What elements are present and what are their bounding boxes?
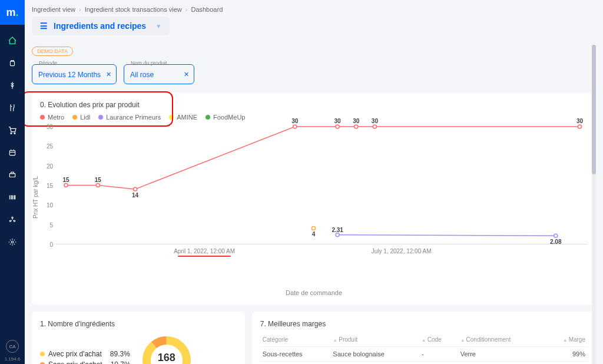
svg-point-18: [312, 226, 315, 230]
svg-point-11: [96, 184, 100, 187]
svg-point-7: [9, 220, 11, 221]
best-margins-card: 7. Meilleures marges Catégorie▲Produit▲C…: [252, 312, 596, 364]
table-header[interactable]: ▲Marge: [545, 334, 588, 347]
table-header[interactable]: ▲Code: [419, 334, 458, 347]
svg-point-15: [354, 125, 358, 128]
section-selector[interactable]: ☰ Ingredients and recipes ▼: [32, 16, 170, 35]
scrollbar-thumb[interactable]: [592, 45, 596, 174]
y-axis-label: Prix HT par kg/L: [32, 176, 39, 219]
calendar-icon[interactable]: [7, 147, 18, 158]
legend-item[interactable]: Laurance Primeurs: [98, 114, 161, 121]
main: Ingredient view › Ingredient stock trans…: [25, 0, 603, 364]
chart-plot[interactable]: 151514303030303042.312.08April 1, 2022, …: [55, 127, 588, 244]
legend-item[interactable]: AMINE: [169, 114, 197, 121]
legend-label: FoodMeUp: [213, 114, 245, 121]
breadcrumb: Ingredient view › Ingredient stock trans…: [32, 6, 596, 13]
table-row[interactable]: Sous-recettesPotatoe bun-portion(s)98%: [260, 362, 588, 365]
svg-point-2: [14, 133, 15, 134]
section-title: Ingredients and recipes: [54, 21, 146, 31]
content: DEMO DATA Période Previous 12 Months ✕ N…: [25, 39, 603, 364]
chevron-right-icon: ›: [79, 6, 81, 13]
legend-label: Laurance Primeurs: [106, 114, 161, 121]
legend-dot-icon: [206, 115, 210, 120]
table-header[interactable]: Catégorie: [260, 334, 331, 347]
topbar: Ingredient view › Ingredient stock trans…: [25, 0, 603, 39]
svg-point-13: [293, 125, 297, 128]
donut-legend-item: Sans prix d'achat10.7%: [40, 360, 131, 364]
data-point-label: 14: [132, 192, 138, 198]
breadcrumb-item[interactable]: Ingredient view: [32, 6, 75, 13]
table-header[interactable]: ▲Conditionnement: [458, 334, 545, 347]
svg-point-10: [64, 184, 68, 187]
svg-point-1: [11, 133, 12, 134]
cart-icon[interactable]: [7, 125, 18, 135]
demo-badge: DEMO DATA: [32, 47, 73, 56]
price-evolution-card: 0. Evolution des prix par produit MetroL…: [32, 92, 596, 305]
data-point-label: 15: [63, 177, 69, 183]
donut-legend: Avec prix d'achat89.3%Sans prix d'achat1…: [40, 350, 131, 364]
svg-point-16: [373, 125, 376, 128]
filter-value: Ail rose: [130, 71, 154, 79]
jar-icon[interactable]: [7, 58, 18, 68]
filter-period[interactable]: Période Previous 12 Months ✕: [32, 64, 117, 84]
highlight-annotation: [25, 91, 173, 127]
data-point-label: 4: [312, 231, 316, 238]
svg-point-9: [11, 241, 14, 243]
card-title: 1. Nombre d'ingrédients: [40, 320, 237, 328]
filters: Période Previous 12 Months ✕ Nom du prod…: [32, 64, 596, 84]
svg-rect-3: [9, 151, 15, 155]
svg-point-6: [12, 217, 13, 218]
gear-icon[interactable]: [7, 237, 18, 247]
legend-item[interactable]: FoodMeUp: [206, 114, 245, 121]
nodes-icon[interactable]: [7, 214, 18, 225]
donut-legend-item: Avec prix d'achat89.3%: [40, 350, 131, 358]
data-point-label: 2.08: [550, 239, 561, 246]
version-label: 1.194.6: [5, 356, 21, 362]
scrollbar-track[interactable]: [592, 45, 596, 364]
clear-icon[interactable]: ✕: [106, 71, 111, 78]
legend-label: Lidl: [80, 114, 90, 121]
register-icon[interactable]: [7, 170, 18, 180]
chart-legend: MetroLidlLaurance PrimeursAMINEFoodMeUp: [40, 114, 588, 121]
home-icon[interactable]: [7, 35, 18, 46]
filter-value: Previous 12 Months: [38, 71, 101, 79]
card-title: 7. Meilleures marges: [260, 320, 588, 328]
donut-chart: 168 TOTAL: [140, 334, 193, 364]
breadcrumb-item[interactable]: Dashboard: [191, 6, 223, 13]
legend-item[interactable]: Lidl: [72, 114, 90, 121]
chevron-right-icon: ›: [185, 6, 188, 13]
x-tick: April 1, 2022, 12:00 AM: [174, 248, 235, 254]
cutlery-icon[interactable]: [7, 102, 18, 113]
legend-percent: 89.3%: [110, 350, 130, 358]
y-tick: 15: [47, 183, 53, 189]
y-tick: 10: [47, 202, 53, 209]
barcode-icon[interactable]: [7, 192, 18, 203]
legend-dot-icon: [169, 115, 174, 120]
legend-dot-icon: [72, 115, 77, 120]
chart-area: Prix HT par kg/L 051015202530 1515143030…: [40, 127, 588, 268]
legend-dot-icon: [40, 115, 45, 120]
data-point-label: 30: [334, 118, 341, 124]
ingredient-count-card: 1. Nombre d'ingrédients Avec prix d'acha…: [32, 312, 245, 364]
svg-point-12: [134, 187, 137, 191]
nav-icons: [7, 25, 18, 247]
wheat-icon[interactable]: [7, 80, 18, 91]
app-logo[interactable]: m.: [0, 0, 25, 25]
data-point-label: 30: [291, 118, 298, 124]
svg-point-14: [336, 125, 339, 128]
menu-icon: ☰: [40, 21, 48, 31]
data-point-label: 30: [577, 118, 583, 124]
filter-product[interactable]: Nom du produit Ail rose ✕: [124, 64, 194, 84]
y-ticks: 051015202530: [40, 127, 55, 244]
user-badge[interactable]: CA: [6, 340, 19, 353]
table-header[interactable]: ▲Produit: [330, 334, 419, 347]
legend-item[interactable]: Metro: [40, 114, 64, 121]
data-point-label: 2.31: [332, 226, 343, 233]
data-point-label: 15: [95, 177, 101, 183]
donut-total: 168: [158, 352, 175, 364]
svg-rect-0: [11, 61, 15, 66]
breadcrumb-item[interactable]: Ingredient stock transactions view: [85, 6, 182, 13]
table-row[interactable]: Sous-recettesSauce bolognaise-Verre99%: [260, 347, 588, 362]
clear-icon[interactable]: ✕: [184, 71, 189, 78]
chart-title: 0. Evolution des prix par produit: [40, 101, 588, 109]
